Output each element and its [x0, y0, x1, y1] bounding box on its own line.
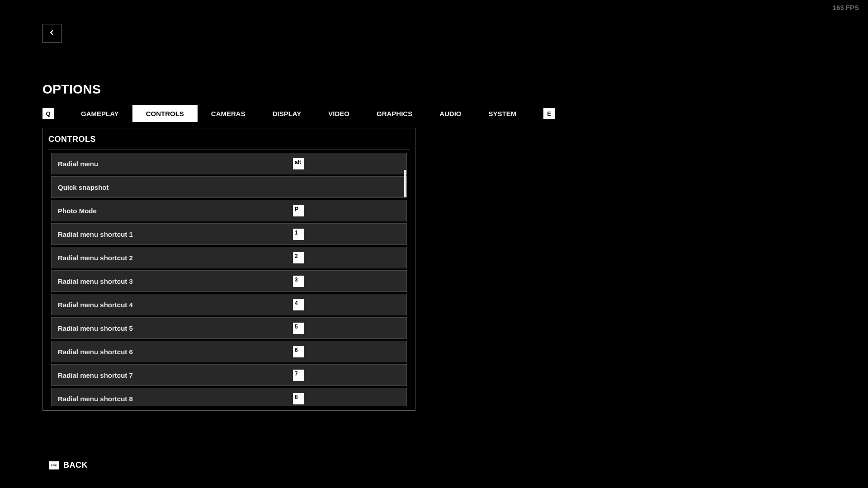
binding-label: Photo Mode: [58, 207, 293, 215]
binding-row-radial-shortcut-3[interactable]: Radial menu shortcut 3 3: [51, 270, 407, 292]
fps-counter: 163 FPS: [833, 4, 859, 11]
binding-key: 3: [293, 276, 304, 287]
binding-row-photo-mode[interactable]: Photo Mode P: [51, 200, 407, 221]
panel-title: CONTROLS: [48, 135, 407, 144]
back-arrow-button[interactable]: [42, 24, 61, 43]
binding-label: Radial menu shortcut 7: [58, 371, 293, 379]
binding-key: 5: [293, 323, 304, 334]
binding-label: Radial menu shortcut 2: [58, 254, 293, 262]
binding-row-radial-shortcut-6[interactable]: Radial menu shortcut 6 6: [51, 341, 407, 362]
binding-row-radial-menu[interactable]: Radial menu alt: [51, 153, 407, 174]
page-title: OPTIONS: [42, 82, 101, 97]
binding-row-radial-shortcut-7[interactable]: Radial menu shortcut 7 7: [51, 364, 407, 386]
divider: [48, 150, 410, 150]
tab-audio[interactable]: AUDIO: [426, 105, 475, 122]
binding-key: P: [293, 205, 304, 216]
binding-row-radial-shortcut-5[interactable]: Radial menu shortcut 5 5: [51, 317, 407, 339]
esc-key-hint: esc: [49, 461, 59, 469]
tab-bar: Q GAMEPLAY CONTROLS CAMERAS DISPLAY VIDE…: [42, 105, 555, 122]
binding-label: Radial menu shortcut 4: [58, 301, 293, 309]
tab-next-key-hint: E: [543, 108, 555, 119]
tab-video[interactable]: VIDEO: [315, 105, 363, 122]
binding-key: 6: [293, 346, 304, 357]
tab-prev-key-hint: Q: [42, 108, 54, 119]
chevron-left-icon: [49, 29, 55, 38]
binding-row-radial-shortcut-2[interactable]: Radial menu shortcut 2 2: [51, 247, 407, 268]
binding-row-radial-shortcut-1[interactable]: Radial menu shortcut 1 1: [51, 223, 407, 245]
binding-label: Radial menu: [58, 160, 293, 168]
tab-system[interactable]: SYSTEM: [475, 105, 530, 122]
binding-key: 8: [293, 393, 304, 404]
scrollbar-thumb[interactable]: [404, 170, 406, 197]
back-label: BACK: [63, 460, 88, 470]
tab-graphics[interactable]: GRAPHICS: [363, 105, 426, 122]
binding-key: 1: [293, 229, 304, 240]
binding-row-quick-snapshot[interactable]: Quick snapshot: [51, 176, 407, 198]
tab-display[interactable]: DISPLAY: [259, 105, 315, 122]
tab-controls[interactable]: CONTROLS: [132, 105, 198, 122]
binding-label: Radial menu shortcut 3: [58, 277, 293, 285]
binding-label: Radial menu shortcut 5: [58, 324, 293, 332]
binding-row-radial-shortcut-4[interactable]: Radial menu shortcut 4 4: [51, 294, 407, 315]
controls-panel: CONTROLS Radial menu alt Quick snapshot …: [42, 128, 415, 411]
binding-key: 7: [293, 370, 304, 381]
binding-label: Quick snapshot: [58, 183, 293, 191]
tab-gameplay[interactable]: GAMEPLAY: [67, 105, 132, 122]
binding-label: Radial menu shortcut 1: [58, 230, 293, 238]
binding-key: 4: [293, 299, 304, 310]
binding-label: Radial menu shortcut 8: [58, 395, 293, 403]
tab-cameras[interactable]: CAMERAS: [198, 105, 259, 122]
binding-key: 2: [293, 252, 304, 263]
binding-key: alt: [293, 158, 304, 169]
binding-row-radial-shortcut-8[interactable]: Radial menu shortcut 8 8: [51, 388, 407, 406]
binding-rows: Radial menu alt Quick snapshot Photo Mod…: [51, 153, 407, 406]
back-button[interactable]: esc BACK: [49, 460, 88, 470]
binding-label: Radial menu shortcut 6: [58, 348, 293, 356]
